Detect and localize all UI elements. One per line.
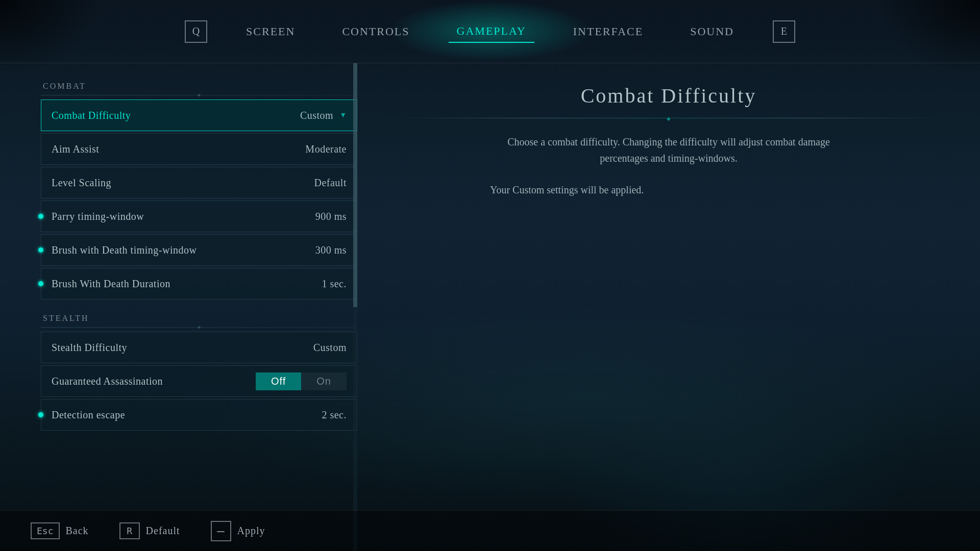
detail-note: Your Custom settings will be applied. [490, 182, 847, 198]
brush-death-duration-row[interactable]: Brush With Death Duration 1 sec. [41, 268, 357, 299]
detail-description: Choose a combat difficulty. Changing the… [490, 134, 847, 166]
default-label: Default [146, 525, 180, 537]
detection-escape-value: 2 sec. [322, 409, 347, 421]
nav-item-sound[interactable]: Sound [682, 21, 742, 42]
nav-item-interface[interactable]: Interface [565, 21, 651, 42]
level-scaling-label: Level Scaling [52, 177, 314, 189]
navbar: Q Screen Controls Gameplay Interface Sou… [0, 0, 980, 63]
left-panel: COMBAT Combat Difficulty Custom ▼ Aim As… [0, 63, 357, 443]
guaranteed-assassination-label: Guaranteed Assassination [52, 375, 256, 387]
dot-indicator [38, 214, 43, 219]
guaranteed-assassination-row[interactable]: Guaranteed Assassination Off On [41, 365, 357, 397]
brush-death-timing-row[interactable]: Brush with Death timing-window 300 ms [41, 234, 357, 266]
level-scaling-row[interactable]: Level Scaling Default [41, 167, 357, 198]
stealth-difficulty-row[interactable]: Stealth Difficulty Custom [41, 332, 357, 363]
back-key: Esc [31, 522, 60, 539]
combat-difficulty-row[interactable]: Combat Difficulty Custom ▼ [41, 99, 357, 131]
chevron-down-icon: ▼ [339, 111, 347, 119]
stealth-difficulty-value: Custom [313, 342, 347, 354]
stealth-divider [41, 327, 357, 328]
scrollbar-thumb[interactable] [353, 63, 357, 307]
detection-escape-row[interactable]: Detection escape 2 sec. [41, 399, 357, 431]
left-panel-wrapper: COMBAT Combat Difficulty Custom ▼ Aim As… [0, 63, 357, 551]
toggle-container: Off On [256, 372, 347, 390]
parry-timing-row[interactable]: Parry timing-window 900 ms [41, 201, 357, 232]
level-scaling-value: Default [314, 177, 347, 189]
nav-item-gameplay[interactable]: Gameplay [449, 20, 534, 43]
dot-indicator-4 [38, 412, 43, 417]
default-key: R [119, 522, 140, 539]
nav-item-screen[interactable]: Screen [238, 21, 303, 42]
apply-key: — [211, 521, 231, 541]
apply-label: Apply [237, 525, 265, 537]
scrollbar-track[interactable] [353, 63, 357, 551]
parry-timing-value: 900 ms [315, 211, 347, 222]
apply-action[interactable]: — Apply [211, 521, 265, 541]
default-action[interactable]: R Default [119, 522, 180, 539]
main-content: COMBAT Combat Difficulty Custom ▼ Aim As… [0, 63, 980, 551]
brush-death-timing-label: Brush with Death timing-window [52, 244, 315, 256]
dot-indicator-3 [38, 281, 43, 286]
combat-difficulty-label: Combat Difficulty [52, 110, 300, 121]
combat-section-header: COMBAT [41, 82, 357, 91]
dot-indicator-2 [38, 247, 43, 253]
nav-key-left[interactable]: Q [185, 20, 207, 43]
aim-assist-row[interactable]: Aim Assist Moderate [41, 133, 357, 165]
toggle-off-button[interactable]: Off [256, 372, 301, 390]
detection-escape-label: Detection escape [52, 409, 322, 421]
combat-difficulty-value: Custom [300, 110, 333, 121]
nav-item-controls[interactable]: Controls [334, 21, 418, 42]
detail-divider [398, 118, 939, 118]
parry-timing-label: Parry timing-window [52, 211, 315, 222]
right-panel: Combat Difficulty Choose a combat diffic… [357, 63, 980, 551]
back-label: Back [66, 525, 89, 537]
detail-title: Combat Difficulty [581, 84, 757, 108]
aim-assist-value: Moderate [305, 143, 347, 155]
toggle-on-button[interactable]: On [301, 372, 347, 390]
brush-death-duration-value: 1 sec. [322, 278, 347, 290]
nav-key-right[interactable]: E [773, 20, 795, 43]
aim-assist-label: Aim Assist [52, 143, 305, 155]
brush-death-timing-value: 300 ms [315, 244, 347, 256]
stealth-difficulty-label: Stealth Difficulty [52, 342, 313, 354]
stealth-section-header: STEALTH [41, 314, 357, 323]
back-action[interactable]: Esc Back [31, 522, 89, 539]
footer: Esc Back R Default — Apply [0, 510, 980, 551]
combat-divider [41, 95, 357, 95]
brush-death-duration-label: Brush With Death Duration [52, 278, 322, 290]
